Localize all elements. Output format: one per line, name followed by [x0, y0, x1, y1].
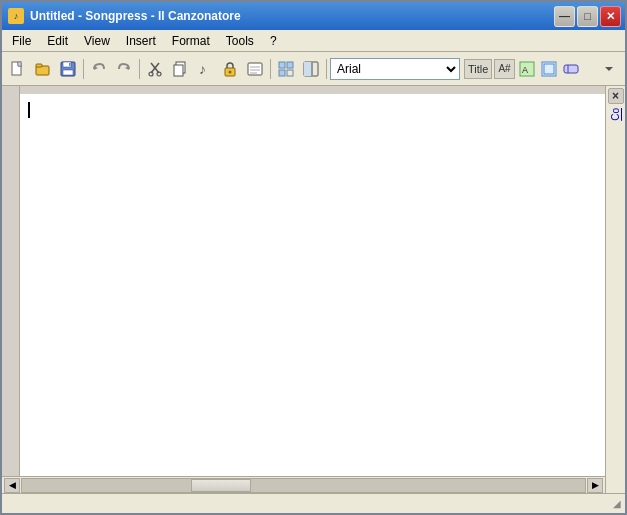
lock-icon — [222, 61, 238, 77]
title-buttons: — □ ✕ — [554, 6, 621, 27]
menu-file[interactable]: File — [4, 32, 39, 50]
window-title: Untitled - Songpress - Il Canzonatore — [30, 9, 241, 23]
text-cursor — [28, 102, 30, 118]
overflow-icon — [605, 61, 613, 77]
open-icon — [35, 61, 51, 77]
menu-bar: File Edit View Insert Format Tools ? — [2, 30, 625, 52]
music-note-icon: ♪ — [197, 61, 213, 77]
menu-help[interactable]: ? — [262, 32, 285, 50]
svg-rect-7 — [69, 63, 71, 66]
right-panel-close-button[interactable]: × — [608, 88, 624, 104]
font-icon-2[interactable] — [539, 59, 559, 79]
svg-marker-9 — [125, 66, 129, 70]
undo-button[interactable] — [87, 57, 111, 81]
scroll-right-button[interactable]: ▶ — [587, 478, 603, 493]
svg-rect-23 — [279, 62, 285, 68]
copy-button[interactable] — [168, 57, 192, 81]
svg-text:A: A — [522, 65, 528, 75]
svg-rect-24 — [287, 62, 293, 68]
menu-edit[interactable]: Edit — [39, 32, 76, 50]
preview-icon — [247, 61, 263, 77]
svg-rect-15 — [174, 65, 183, 76]
app-icon: ♪ — [8, 8, 24, 24]
scroll-left-button[interactable]: ◀ — [4, 478, 20, 493]
doc-scroll-area — [2, 86, 605, 476]
left-ruler — [2, 86, 20, 476]
save-icon — [60, 61, 76, 77]
extra-btn-2[interactable] — [299, 57, 323, 81]
resize-grip: ◢ — [613, 498, 621, 509]
redo-icon — [116, 61, 132, 77]
toolbar-sep-3 — [270, 59, 271, 79]
font-icon-1[interactable]: A — [517, 59, 537, 79]
cut-button[interactable] — [143, 57, 167, 81]
save-button[interactable] — [56, 57, 80, 81]
lock-button[interactable] — [218, 57, 242, 81]
font-style-label: Title — [464, 59, 492, 79]
font-options: Title A# A — [464, 59, 581, 79]
maximize-button[interactable]: □ — [577, 6, 598, 27]
menu-insert[interactable]: Insert — [118, 32, 164, 50]
svg-rect-3 — [36, 64, 42, 67]
editor-container: ◀ ▶ — [2, 86, 605, 493]
main-window: ♪ Untitled - Songpress - Il Canzonatore … — [0, 0, 627, 515]
font-option-icon-1: A — [519, 61, 535, 77]
layout-icon — [303, 61, 319, 77]
svg-marker-8 — [94, 66, 98, 70]
svg-rect-34 — [564, 65, 578, 73]
toolbar-sep-1 — [83, 59, 84, 79]
extra-btn-1[interactable] — [274, 57, 298, 81]
scroll-track[interactable] — [21, 478, 586, 493]
svg-rect-6 — [63, 70, 73, 75]
right-panel-link[interactable]: Co — [610, 108, 621, 121]
menu-tools[interactable]: Tools — [218, 32, 262, 50]
svg-marker-36 — [605, 67, 613, 71]
font-selector[interactable]: Arial — [330, 58, 460, 80]
main-area: ◀ ▶ × Co — [2, 86, 625, 493]
font-option-icon-3 — [563, 61, 579, 77]
new-button[interactable] — [6, 57, 30, 81]
undo-icon — [91, 61, 107, 77]
grid-icon — [278, 61, 294, 77]
cut-icon — [147, 61, 163, 77]
new-icon — [10, 61, 26, 77]
open-button[interactable] — [31, 57, 55, 81]
svg-point-18 — [229, 70, 232, 73]
font-sharp-label: A# — [494, 59, 514, 79]
toolbar-overflow[interactable] — [597, 57, 621, 81]
svg-point-12 — [149, 72, 153, 76]
title-bar: ♪ Untitled - Songpress - Il Canzonatore … — [2, 2, 625, 30]
font-option-icon-2 — [541, 61, 557, 77]
svg-marker-1 — [18, 62, 21, 66]
svg-text:♪: ♪ — [199, 61, 206, 77]
svg-rect-26 — [287, 70, 293, 76]
toolbar-sep-2 — [139, 59, 140, 79]
title-bar-left: ♪ Untitled - Songpress - Il Canzonatore — [8, 8, 241, 24]
h-scrollbar: ◀ ▶ — [2, 476, 605, 493]
right-panel: × Co — [605, 86, 625, 493]
toolbar: ♪ — [2, 52, 625, 86]
svg-rect-25 — [279, 70, 285, 76]
menu-view[interactable]: View — [76, 32, 118, 50]
redo-button[interactable] — [112, 57, 136, 81]
font-icon-3[interactable] — [561, 59, 581, 79]
copy-icon — [172, 61, 188, 77]
preview-button[interactable] — [243, 57, 267, 81]
minimize-button[interactable]: — — [554, 6, 575, 27]
music-note-button[interactable]: ♪ — [193, 57, 217, 81]
toolbar-sep-4 — [326, 59, 327, 79]
close-button[interactable]: ✕ — [600, 6, 621, 27]
svg-point-13 — [157, 72, 161, 76]
menu-format[interactable]: Format — [164, 32, 218, 50]
scroll-thumb[interactable] — [191, 479, 251, 492]
status-bar: ◢ — [2, 493, 625, 513]
document-page[interactable] — [20, 94, 605, 476]
